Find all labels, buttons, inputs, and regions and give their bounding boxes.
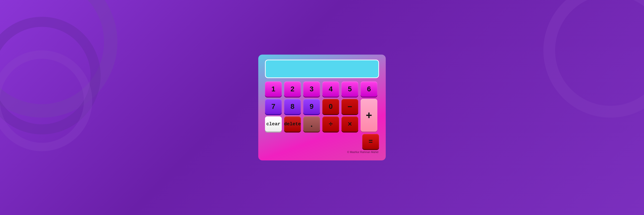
button-delete[interactable]: delete [284,116,301,131]
button-equals[interactable]: = [362,134,379,149]
button-7[interactable]: 7 [265,99,282,114]
rows-2-3-left: 7 8 9 0 − clear delete . ÷ × [265,99,358,131]
button-row-1: 1 2 3 4 5 6 [265,81,379,97]
button-row-4: = [265,134,379,149]
button-6[interactable]: 6 [360,81,377,97]
calculator-display [265,60,379,78]
button-5[interactable]: 5 [342,81,358,97]
button-grid: 1 2 3 4 5 6 7 8 9 0 − clear dele [265,81,379,149]
button-3[interactable]: 3 [303,81,320,97]
button-9[interactable]: 9 [303,99,320,114]
bg-curve-right [544,0,644,118]
button-8[interactable]: 8 [284,99,301,114]
button-plus[interactable]: + [360,99,377,131]
button-divide[interactable]: ÷ [322,116,339,131]
rows-2-3-container: 7 8 9 0 − clear delete . ÷ × + [265,99,379,131]
button-row-2: 7 8 9 0 − [265,99,358,114]
button-dot[interactable]: . [303,116,320,131]
button-0[interactable]: 0 [322,99,339,114]
button-row-3: clear delete . ÷ × [265,116,358,131]
calculator: 1 2 3 4 5 6 7 8 9 0 − clear dele [258,55,386,160]
button-multiply[interactable]: × [342,116,358,131]
copyright-text: © Mashlur Rahman Mahid [265,151,379,154]
button-2[interactable]: 2 [284,81,301,97]
button-minus[interactable]: − [342,99,358,114]
button-clear[interactable]: clear [265,116,282,131]
button-4[interactable]: 4 [322,81,339,97]
button-1[interactable]: 1 [265,81,282,97]
